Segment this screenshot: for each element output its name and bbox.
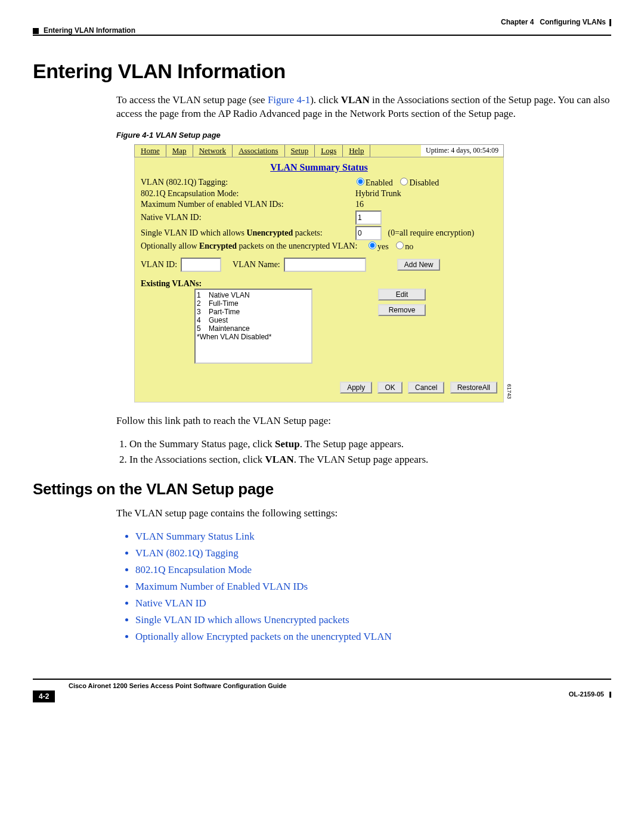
- settings-bullets: VLAN Summary Status Link VLAN (802.1Q) T…: [122, 531, 611, 643]
- nav-help[interactable]: Help: [349, 146, 364, 155]
- native-vlan-input[interactable]: [355, 210, 382, 225]
- single-note: (0=all require encryption): [388, 228, 475, 237]
- tagging-enabled-radio[interactable]: [357, 178, 364, 185]
- vlan-id-input[interactable]: [181, 258, 221, 272]
- native-label: Native VLAN ID:: [141, 213, 355, 222]
- opt-yes-radio[interactable]: [369, 241, 376, 249]
- list-item[interactable]: 3 Part-Time: [197, 308, 310, 316]
- uptime-text: Uptime: 4 days, 00:54:09: [421, 145, 503, 156]
- page-number: 4-2: [33, 690, 55, 702]
- restoreall-button[interactable]: RestoreAll: [450, 382, 497, 394]
- bullet-link[interactable]: VLAN (802.1Q) Tagging: [135, 547, 239, 559]
- remove-button[interactable]: Remove: [378, 304, 426, 316]
- figure-id: 61743: [506, 384, 512, 399]
- bullet-link[interactable]: 802.1Q Encapsulation Mode: [135, 564, 252, 575]
- opt-no-radio[interactable]: [396, 241, 404, 249]
- list-item[interactable]: 2 Full-Time: [197, 299, 310, 308]
- nav-map[interactable]: Map: [172, 146, 187, 155]
- vlan-name-label: VLAN Name:: [233, 260, 280, 270]
- bullet-link[interactable]: VLAN Summary Status Link: [135, 531, 255, 542]
- nav-associations[interactable]: Associations: [239, 146, 278, 155]
- subtitle: Settings on the VLAN Setup page: [33, 480, 611, 498]
- section-header: Entering VLAN Information: [33, 26, 135, 35]
- bullet-link[interactable]: Native VLAN ID: [135, 597, 206, 609]
- vlan-name-input[interactable]: [284, 258, 366, 272]
- max-label: Maximum Number of enabled VLAN IDs:: [141, 200, 355, 209]
- encap-value: Hybrid Trunk: [355, 189, 401, 199]
- nav-setup[interactable]: Setup: [291, 146, 309, 155]
- existing-vlans-label: Existing VLANs:: [141, 279, 497, 289]
- chapter-header: Chapter 4 Configuring VLANs: [501, 18, 611, 26]
- opt-label: Optionally allow Encrypted packets on th…: [141, 241, 367, 251]
- tagging-disabled-radio[interactable]: [400, 178, 408, 185]
- list-item[interactable]: *When VLAN Disabled*: [197, 333, 310, 341]
- nav-bar: Home Map Network Associations Setup Logs…: [135, 145, 370, 157]
- bullet-link[interactable]: Optionally allow Encrypted packets on th…: [135, 631, 392, 642]
- nav-home[interactable]: Home: [141, 146, 160, 155]
- list-item[interactable]: 1 Native VLAN: [197, 291, 310, 299]
- figure-caption: Figure 4-1 VLAN Setup page: [116, 131, 611, 140]
- edit-button[interactable]: Edit: [378, 289, 426, 301]
- bullet-link[interactable]: Maximum Number of Enabled VLAN IDs: [135, 581, 308, 592]
- ok-button[interactable]: OK: [377, 382, 402, 394]
- figure-ref-link[interactable]: Figure 4-1: [268, 94, 310, 106]
- single-vlan-input[interactable]: [355, 226, 382, 240]
- single-label: Single VLAN ID which allows Unencrypted …: [141, 228, 355, 238]
- encap-label: 802.1Q Encapsulation Mode:: [141, 189, 355, 199]
- cancel-button[interactable]: Cancel: [408, 382, 444, 394]
- nav-logs[interactable]: Logs: [321, 146, 336, 155]
- settings-intro: The VLAN setup page contains the followi…: [116, 507, 611, 521]
- add-new-button[interactable]: Add New: [397, 259, 441, 271]
- steps-list: On the Summary Status page, click Setup.…: [116, 438, 611, 466]
- tagging-label: VLAN (802.1Q) Tagging:: [141, 178, 355, 187]
- summary-status-link[interactable]: VLAN Summary Status: [141, 162, 497, 173]
- existing-vlans-listbox[interactable]: 1 Native VLAN 2 Full-Time 3 Part-Time 4 …: [194, 289, 312, 364]
- bullet-link[interactable]: Single VLAN ID which allows Unencrypted …: [135, 614, 349, 625]
- step-1: On the Summary Status page, click Setup.…: [129, 438, 611, 450]
- follow-text: Follow this link path to reach the VLAN …: [116, 414, 611, 428]
- list-item[interactable]: 4 Guest: [197, 316, 310, 324]
- nav-network[interactable]: Network: [199, 146, 227, 155]
- intro-paragraph: To access the VLAN setup page (see Figur…: [116, 94, 611, 121]
- apply-button[interactable]: Apply: [340, 382, 372, 394]
- list-item[interactable]: 5 Maintenance: [197, 324, 310, 333]
- vlan-id-label: VLAN ID:: [141, 260, 177, 270]
- footer-guide: Cisco Aironet 1200 Series Access Point S…: [69, 682, 286, 689]
- step-2: In the Associations section, click VLAN.…: [129, 454, 611, 466]
- footer-ol: OL-2159-05: [569, 690, 611, 698]
- page-title: Entering VLAN Information: [33, 60, 611, 83]
- figure-vlan-setup: Home Map Network Associations Setup Logs…: [134, 144, 504, 402]
- max-value: 16: [355, 200, 364, 209]
